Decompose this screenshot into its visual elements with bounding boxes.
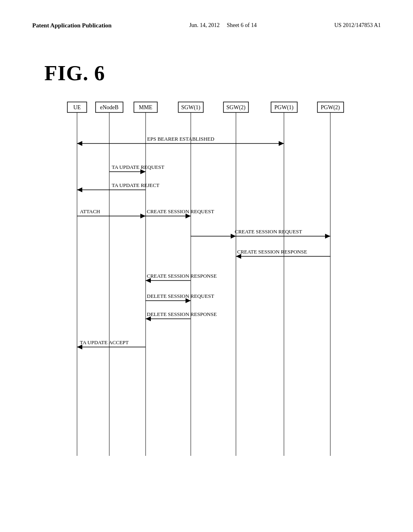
attach-label: ATTACH xyxy=(80,208,100,214)
header-center: Jun. 14, 2012 Sheet 6 of 14 xyxy=(189,22,257,29)
create-sess-req1-label: CREATE SESSION REQUEST xyxy=(147,208,214,214)
create-sess-resp1-label: CREATE SESSION RESPONSE xyxy=(237,249,307,255)
eps-bearer-label: EPS BEARER ESTABLISHED xyxy=(147,136,215,142)
create-sess-req2b-arrow xyxy=(325,234,330,239)
node-sgw1: SGW(1) xyxy=(181,104,200,111)
header-right: US 2012/147853 A1 xyxy=(334,22,381,29)
delete-sess-resp-label: DELETE SESSION RESPONSE xyxy=(147,311,217,317)
node-ue: UE xyxy=(73,104,81,110)
patent-label: Patent Application Publication xyxy=(32,22,112,29)
delete-sess-req-label: DELETE SESSION REQUEST xyxy=(147,293,214,299)
page: Patent Application Publication Jun. 14, … xyxy=(0,0,413,532)
diagram-svg: UE eNodeB MME SGW(1) SGW(2) PGW(1) PGW(2… xyxy=(65,101,412,464)
ta-update-rej-arrow xyxy=(77,187,82,192)
header: Patent Application Publication Jun. 14, … xyxy=(0,0,413,29)
ta-update-rej-label: TA UPDATE REJECT xyxy=(112,182,159,188)
patent-number: US 2012/147853 A1 xyxy=(334,22,381,28)
node-enodeb: eNodeB xyxy=(100,104,119,110)
create-sess-resp2-label: CREATE SESSION RESPONSE xyxy=(147,273,217,279)
attach-arrow xyxy=(140,214,146,218)
date-sheet: Jun. 14, 2012 Sheet 6 of 14 xyxy=(189,22,257,28)
node-pgw1: PGW(1) xyxy=(274,104,294,111)
ta-update-req-label: TA UPDATE REQUEST xyxy=(112,164,164,170)
header-left: Patent Application Publication xyxy=(32,22,112,29)
eps-bearer-arrow-left xyxy=(77,141,82,146)
sequence-diagram: UE eNodeB MME SGW(1) SGW(2) PGW(1) PGW(2… xyxy=(65,101,412,464)
ta-update-accept-label: TA UPDATE ACCEPT xyxy=(80,339,129,345)
node-sgw2: SGW(2) xyxy=(226,104,246,111)
create-sess-req2-label: CREATE SESSION REQUEST xyxy=(235,229,302,235)
figure-title: FIG. 6 xyxy=(0,29,413,85)
node-mme: MME xyxy=(139,104,152,110)
node-pgw2: PGW(2) xyxy=(321,104,340,111)
eps-bearer-arrow-right xyxy=(279,141,284,146)
